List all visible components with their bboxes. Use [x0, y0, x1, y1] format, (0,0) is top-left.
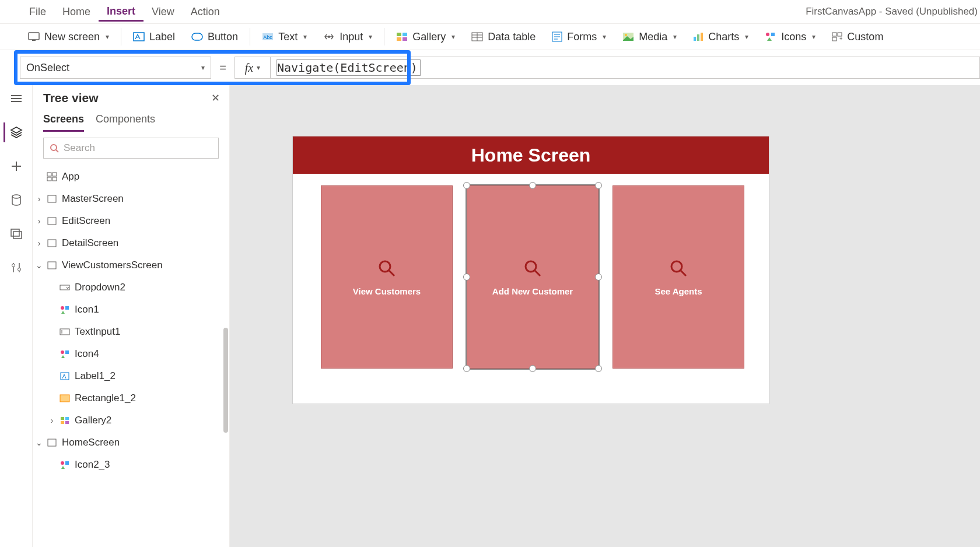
screen-node-icon — [46, 239, 58, 247]
card-see-agents[interactable]: See Agents — [612, 185, 744, 369]
formula-input[interactable]: Navigate(EditScreen) — [271, 57, 980, 79]
menu-view[interactable]: View — [144, 2, 183, 22]
tree-node-app[interactable]: App — [33, 166, 229, 188]
text-button[interactable]: Abc Text ▾ — [254, 24, 315, 50]
gallery-button[interactable]: Gallery ▾ — [388, 24, 463, 50]
menu-action[interactable]: Action — [183, 2, 228, 22]
forms-button[interactable]: Forms ▾ — [544, 24, 614, 50]
svg-rect-1 — [32, 40, 36, 41]
resize-handle[interactable] — [595, 182, 602, 189]
rail-advanced[interactable] — [5, 258, 28, 278]
chevron-down-icon: ▾ — [603, 33, 606, 41]
resize-handle[interactable] — [529, 365, 536, 372]
tree-node-rectangle1-2[interactable]: Rectangle1_2 — [33, 387, 229, 409]
button-button[interactable]: Button — [183, 24, 246, 50]
ribbon-separator — [384, 28, 384, 45]
formula-bar: OnSelect ▾ = fx ▾ Navigate(EditScreen) — [20, 56, 980, 79]
resize-handle[interactable] — [463, 182, 470, 189]
magnifier-icon — [523, 258, 542, 278]
gallery-node-icon — [58, 416, 71, 425]
card-see-agents-wrap: See Agents — [612, 185, 744, 369]
tree-view-title: Tree view — [43, 91, 99, 105]
fx-dropdown[interactable]: fx ▾ — [235, 57, 271, 79]
input-button[interactable]: Input ▾ — [315, 24, 380, 50]
tree-node-icon2-3[interactable]: Icon2_3 — [33, 454, 229, 476]
menu-file[interactable]: File — [21, 2, 54, 22]
data-table-button[interactable]: Data table — [463, 24, 544, 50]
svg-text:Abc: Abc — [263, 34, 272, 40]
svg-rect-22 — [697, 34, 699, 41]
resize-handle[interactable] — [595, 274, 602, 280]
svg-rect-52 — [60, 285, 69, 290]
resize-handle[interactable] — [595, 365, 602, 372]
resize-handle[interactable] — [463, 274, 470, 280]
card-view-customers[interactable]: View Customers — [321, 185, 453, 369]
tree-node-label1-2[interactable]: Label1_2 — [33, 365, 229, 387]
tree-node-viewcustomersscreen[interactable]: ⌄ ViewCustomersScreen — [33, 254, 229, 276]
screen-node-icon — [46, 195, 58, 203]
forms-button-label: Forms — [567, 31, 597, 43]
tree-node-homescreen[interactable]: ⌄ HomeScreen — [33, 432, 229, 454]
label-button[interactable]: Label — [125, 24, 183, 50]
tree-node-gallery2[interactable]: › Gallery2 — [33, 409, 229, 432]
rail-tree-view[interactable] — [4, 122, 27, 142]
hamburger-icon — [10, 94, 22, 103]
chevron-down-icon: ▾ — [812, 33, 816, 41]
svg-point-53 — [61, 306, 64, 310]
screen-node-icon — [46, 217, 58, 225]
card-label: View Customers — [353, 286, 421, 296]
svg-rect-47 — [52, 177, 57, 181]
screen-title-text: Home Screen — [471, 145, 591, 166]
tree-node-detailscreen[interactable]: › DetailScreen — [33, 232, 229, 254]
charts-button[interactable]: Charts ▾ — [685, 24, 757, 50]
tree-node-icon1[interactable]: Icon1 — [33, 299, 229, 321]
screen-node-icon — [46, 261, 58, 269]
icons-button[interactable]: Icons ▾ — [757, 24, 824, 50]
svg-rect-28 — [832, 37, 836, 41]
app-title: FirstCanvasApp - Saved (Unpublished) — [806, 6, 980, 17]
menu-home[interactable]: Home — [54, 2, 99, 22]
rail-insert[interactable] — [5, 156, 28, 176]
icons-button-label: Icons — [781, 31, 806, 43]
property-dropdown[interactable]: OnSelect ▾ — [20, 57, 211, 79]
tree-node-dropdown2[interactable]: Dropdown2 — [33, 276, 229, 299]
resize-handle[interactable] — [463, 365, 470, 372]
close-panel-button[interactable]: ✕ — [211, 92, 220, 104]
gallery-icon — [396, 32, 408, 41]
tree-node-editscreen[interactable]: › EditScreen — [33, 210, 229, 232]
svg-rect-36 — [11, 229, 19, 236]
input-button-label: Input — [340, 31, 363, 43]
tab-screens[interactable]: Screens — [43, 110, 84, 132]
card-view-customers-wrap: View Customers — [321, 185, 453, 369]
chevron-down-icon: ▾ — [106, 33, 109, 41]
tree-node-icon4[interactable]: Icon4 — [33, 343, 229, 365]
design-canvas[interactable]: Home Screen View Customers Add New Custo… — [230, 85, 980, 547]
rail-data[interactable] — [5, 190, 28, 210]
svg-rect-46 — [47, 177, 51, 181]
ribbon-separator — [250, 28, 250, 45]
search-icon — [50, 143, 59, 153]
new-screen-button[interactable]: New screen ▾ — [20, 24, 117, 50]
tab-components[interactable]: Components — [96, 110, 155, 132]
tree-label: App — [62, 171, 79, 183]
svg-line-73 — [681, 271, 686, 276]
card-add-customer-wrap: Add New Customer — [467, 185, 598, 369]
tree-search-input[interactable]: Search — [43, 138, 219, 159]
card-add-new-customer[interactable]: Add New Customer — [467, 185, 598, 369]
tree-label: MasterScreen — [62, 193, 124, 205]
tree-label: Rectangle1_2 — [75, 392, 136, 404]
magnifier-icon — [377, 258, 397, 278]
custom-button[interactable]: + Custom — [824, 24, 891, 50]
tree-scrollbar[interactable] — [223, 328, 228, 433]
svg-line-71 — [535, 271, 540, 276]
resize-handle[interactable] — [529, 182, 536, 189]
rail-media[interactable] — [5, 224, 28, 244]
svg-point-41 — [18, 268, 20, 271]
media-button[interactable]: Media ▾ — [614, 24, 685, 50]
tree-node-textinput1[interactable]: TextInput1 — [33, 321, 229, 343]
menu-insert[interactable]: Insert — [99, 2, 144, 22]
tree-node-masterscreen[interactable]: › MasterScreen — [33, 188, 229, 210]
input-icon — [323, 33, 335, 41]
rail-hamburger[interactable] — [5, 89, 28, 108]
data-table-icon — [471, 32, 483, 41]
